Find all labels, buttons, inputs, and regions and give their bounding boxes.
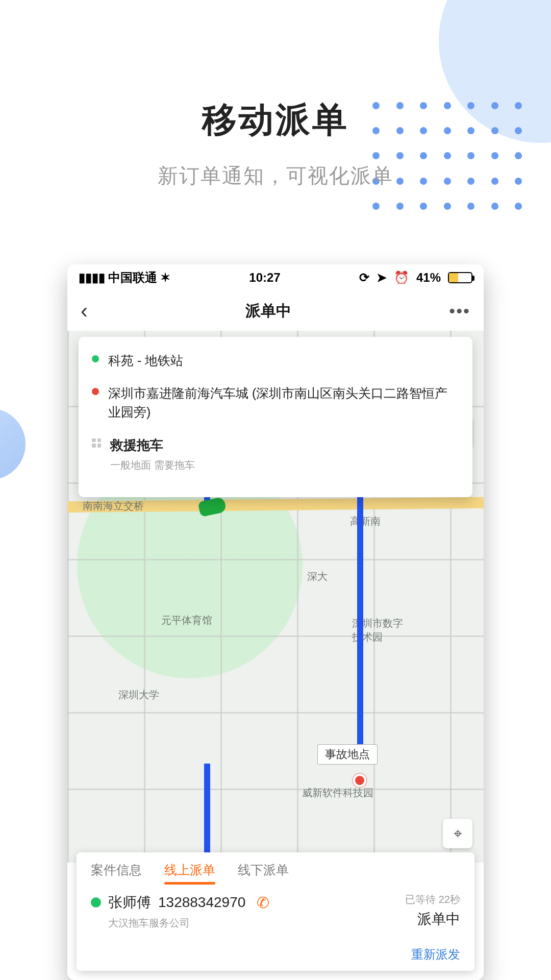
map-locate-button[interactable]: ⌖ (443, 819, 472, 848)
destination-text: 深圳市嘉进隆前海汽车城 (深圳市南山区南头关口二路智恒产业园旁) (108, 384, 459, 422)
destination-row: 深圳市嘉进隆前海汽车城 (深圳市南山区南头关口二路智恒产业园旁) (92, 384, 459, 422)
tab-online-dispatch[interactable]: 线上派单 (164, 862, 215, 878)
map-poi: 深圳市数字 技术园 (352, 617, 403, 644)
status-bar: ▮▮▮▮ 中国联通 ✶ 10:27 ⟳ ➤ ⏰ 41% (67, 264, 484, 291)
battery-percent: 41% (416, 271, 441, 285)
dispatch-status: 派单中 (405, 910, 460, 929)
bg-circle-small (0, 408, 26, 480)
map-poi: 高新南 (350, 514, 381, 528)
driver-name: 张师傅 (108, 893, 151, 912)
origin-text: 科苑 - 地铁站 (108, 351, 183, 371)
driver-company: 大汉拖车服务公司 (108, 916, 405, 930)
carrier-label: 中国联通 (108, 270, 157, 286)
battery-icon (448, 272, 472, 283)
wait-time: 已等待 22秒 (405, 893, 460, 906)
map-poi: 深大 (307, 570, 328, 583)
origin-dot-icon (92, 355, 99, 362)
phone-mockup: ▮▮▮▮ 中国联通 ✶ 10:27 ⟳ ➤ ⏰ 41% ‹ 派单中 ••• 南南… (67, 264, 484, 980)
map-poi: 威新软件科技园 (302, 786, 373, 800)
headline-subtitle: 新订单通知，可视化派单 (0, 162, 551, 190)
more-button[interactable]: ••• (449, 301, 470, 321)
destination-dot-icon (92, 388, 99, 395)
map-poi: 深圳大学 (118, 688, 159, 702)
accident-marker-icon (353, 774, 366, 787)
origin-row: 科苑 - 地铁站 (92, 351, 459, 371)
service-row: 救援拖车 一般地面 需要拖车 (92, 435, 459, 473)
headline-title: 移动派单 (0, 97, 551, 143)
nav-title: 派单中 (245, 301, 291, 322)
driver-online-dot-icon (91, 897, 101, 908)
service-subtitle: 一般地面 需要拖车 (110, 457, 195, 473)
tab-case-info[interactable]: 案件信息 (91, 862, 142, 878)
dispatch-sheet: 案件信息 线上派单 线下派单 张师傅 13288342970 ✆ 大汉拖车服务公… (77, 852, 474, 971)
call-driver-button[interactable]: ✆ (257, 894, 269, 912)
service-grid-icon (92, 438, 101, 448)
sheet-tabs: 案件信息 线上派单 线下派单 (77, 852, 474, 878)
tab-offline-dispatch[interactable]: 线下派单 (238, 862, 289, 878)
orientation-lock-icon: ⟳ (359, 271, 369, 285)
map-poi: 南南海立交桥 (83, 499, 144, 513)
status-time: 10:27 (170, 271, 359, 285)
alarm-icon: ⏰ (394, 271, 409, 285)
location-arrow-icon: ➤ (377, 271, 387, 285)
order-info-card: 科苑 - 地铁站 深圳市嘉进隆前海汽车城 (深圳市南山区南头关口二路智恒产业园旁… (79, 337, 472, 497)
map-accident-label[interactable]: 事故地点 (317, 744, 378, 765)
nav-bar: ‹ 派单中 ••• (67, 291, 484, 331)
driver-phone: 13288342970 (158, 894, 245, 911)
signal-icon: ▮▮▮▮ (79, 271, 105, 285)
marketing-headline: 移动派单 新订单通知，可视化派单 (0, 97, 551, 190)
map-poi: 元平体育馆 (161, 614, 212, 627)
wifi-icon: ✶ (160, 271, 170, 285)
service-title: 救援拖车 (110, 437, 163, 453)
resend-dispatch-button[interactable]: 重新派发 (411, 946, 460, 963)
back-button[interactable]: ‹ (81, 299, 88, 323)
